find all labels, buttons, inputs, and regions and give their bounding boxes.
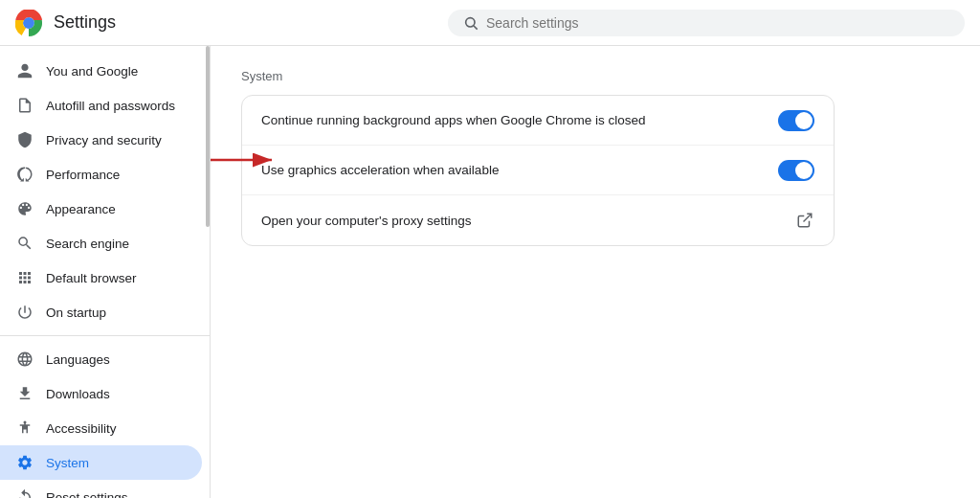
sidebar-label-you-and-google: You and Google <box>46 64 138 79</box>
sidebar-item-performance[interactable]: Performance <box>0 157 202 192</box>
graphics-acceleration-row: Use graphics acceleration when available <box>242 146 834 195</box>
sidebar-item-system[interactable]: System <box>0 445 202 480</box>
sidebar-label-languages: Languages <box>46 352 110 367</box>
sidebar-label-system: System <box>46 456 89 470</box>
arrow-2 <box>211 150 281 170</box>
accessibility-icon <box>15 419 34 438</box>
sidebar-item-reset-settings[interactable]: Reset settings <box>0 480 202 498</box>
toggle-knob <box>795 112 813 129</box>
sidebar-divider <box>0 335 210 336</box>
header: Settings <box>0 0 980 46</box>
search-icon <box>463 15 479 31</box>
background-apps-toggle[interactable] <box>778 110 814 131</box>
svg-point-2 <box>25 19 33 27</box>
svg-line-4 <box>474 26 478 30</box>
section-title: System <box>241 69 949 83</box>
svg-point-3 <box>466 17 475 26</box>
sidebar-label-privacy: Privacy and security <box>46 133 162 147</box>
sidebar-label-on-startup: On startup <box>46 306 106 320</box>
page-title: Settings <box>54 12 116 33</box>
sidebar-label-default-browser: Default browser <box>46 271 137 285</box>
sidebar-label-accessibility: Accessibility <box>46 421 117 436</box>
search-engine-icon <box>15 234 34 253</box>
sidebar-label-autofill: Autofill and passwords <box>46 99 175 113</box>
sidebar-label-performance: Performance <box>46 168 120 182</box>
sidebar-item-appearance[interactable]: Appearance <box>0 192 202 226</box>
sidebar: You and Google Autofill and passwords Pr… <box>0 46 211 498</box>
toggle-knob-2 <box>795 162 813 179</box>
globe-icon <box>15 350 34 369</box>
reset-icon <box>15 487 34 498</box>
sidebar-label-search-engine: Search engine <box>46 237 129 251</box>
external-link-icon <box>795 211 814 230</box>
main-layout: You and Google Autofill and passwords Pr… <box>0 46 980 498</box>
sidebar-label-appearance: Appearance <box>46 202 116 216</box>
startup-icon <box>15 303 34 322</box>
shield-icon <box>15 130 34 149</box>
sidebar-item-autofill[interactable]: Autofill and passwords <box>0 88 202 123</box>
sidebar-item-accessibility[interactable]: Accessibility <box>0 411 202 445</box>
sidebar-label-downloads: Downloads <box>46 387 110 401</box>
sidebar-item-search-engine[interactable]: Search engine <box>0 226 202 260</box>
proxy-settings-label: Open your computer's proxy settings <box>261 214 784 228</box>
sidebar-item-downloads[interactable]: Downloads <box>0 376 202 411</box>
browser-icon <box>15 268 34 287</box>
performance-icon <box>15 165 34 184</box>
settings-card: Continue running background apps when Go… <box>241 95 835 246</box>
system-icon <box>15 453 34 472</box>
autofill-icon <box>15 96 34 115</box>
sidebar-item-privacy[interactable]: Privacy and security <box>0 123 202 157</box>
proxy-settings-row[interactable]: Open your computer's proxy settings <box>242 195 834 245</box>
sidebar-item-default-browser[interactable]: Default browser <box>0 260 202 295</box>
background-apps-label: Continue running background apps when Go… <box>261 113 767 127</box>
sidebar-item-you-and-google[interactable]: You and Google <box>0 54 202 88</box>
search-bar[interactable] <box>448 10 965 36</box>
scrollbar[interactable] <box>206 46 210 227</box>
sidebar-item-on-startup[interactable]: On startup <box>0 295 202 329</box>
chrome-logo-icon <box>15 10 42 36</box>
svg-line-6 <box>804 214 812 221</box>
background-apps-row: Continue running background apps when Go… <box>242 96 834 146</box>
palette-icon <box>15 199 34 218</box>
content-area: System Continue running background apps … <box>211 46 980 498</box>
sidebar-label-reset-settings: Reset settings <box>46 490 128 499</box>
person-icon <box>15 61 34 80</box>
search-input[interactable] <box>486 15 949 31</box>
sidebar-item-languages[interactable]: Languages <box>0 342 202 376</box>
download-icon <box>15 384 34 403</box>
graphics-acceleration-label: Use graphics acceleration when available <box>261 163 767 177</box>
graphics-acceleration-toggle[interactable] <box>778 160 814 181</box>
